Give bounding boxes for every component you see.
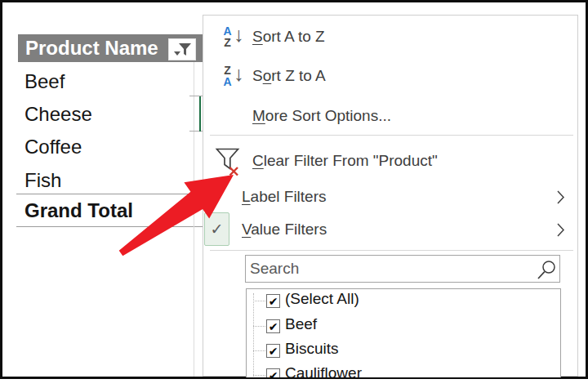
search-input[interactable] <box>246 256 537 282</box>
grid-line <box>16 226 203 227</box>
tree-line <box>253 375 267 376</box>
active-cell-border <box>199 96 201 132</box>
pivot-filter-button[interactable] <box>168 38 196 60</box>
pivot-row-cell[interactable]: Cheese <box>24 103 92 126</box>
tree-line <box>253 350 267 351</box>
menu-item-label: Clear Filter From "Product" <box>252 145 438 176</box>
tree-line <box>253 326 267 327</box>
menu-item-label: More Sort Options... <box>252 100 391 132</box>
filter-checkbox-list: ✔ (Select All) ✔ Beef ✔ Biscuits ✔ Cauli… <box>246 288 561 377</box>
checked-indicator: ✓ <box>204 212 229 246</box>
submenu-chevron-icon <box>556 222 565 238</box>
check-icon: ✓ <box>211 220 224 239</box>
item-label: (Select All) <box>285 290 359 308</box>
menu-item-label: Label Filters <box>242 181 327 212</box>
menu-item-value-filters[interactable]: ✓ Value Filters <box>203 212 576 247</box>
checkbox-check-icon: ✔ <box>269 296 278 307</box>
down-arrow-icon: ↓ <box>234 23 244 47</box>
sort-z-to-a-icon: Z A ↓ <box>221 65 249 89</box>
item-label: Cauliflower <box>285 364 362 377</box>
pivot-row-cell[interactable]: Fish <box>24 169 61 192</box>
filter-dropdown-panel: A Z ↓ Sort A to Z Z A ↓ Sort Z to A More… <box>203 15 578 377</box>
menu-item-label: Sort Z to A <box>252 60 326 91</box>
menu-separator <box>210 135 573 136</box>
pivot-row-cell[interactable]: Beef <box>24 70 65 93</box>
pivot-row-cell[interactable]: Coffee <box>24 136 82 158</box>
item-checkbox[interactable]: ✔ <box>266 294 280 308</box>
filter-list-item[interactable]: ✔ Cauliflower <box>247 363 560 377</box>
item-checkbox[interactable]: ✔ <box>266 344 280 358</box>
menu-item-sort-a-to-z[interactable]: A Z ↓ Sort A to Z <box>203 21 576 52</box>
column-grid-line <box>194 62 194 377</box>
sort-a-to-z-icon: A Z ↓ <box>221 25 249 50</box>
menu-item-clear-filter[interactable]: Clear Filter From "Product" <box>203 145 576 176</box>
menu-item-more-sort-options[interactable]: More Sort Options... <box>203 100 576 132</box>
filter-funnel-icon <box>172 41 193 59</box>
pivot-grand-total-cell[interactable]: Grand Total <box>24 199 133 222</box>
filter-list-item[interactable]: ✔ (Select All) <box>247 288 560 314</box>
down-arrow-icon: ↓ <box>234 62 244 86</box>
menu-item-label-filters[interactable]: Label Filters <box>203 181 576 212</box>
item-label: Biscuits <box>285 340 338 358</box>
screenshot-root: Product Name Beef Cheese Coffee Fish Gra… <box>0 0 588 388</box>
menu-separator <box>210 250 573 251</box>
grid-line <box>16 194 203 194</box>
submenu-chevron-icon <box>556 190 565 205</box>
item-label: Beef <box>285 315 317 333</box>
item-checkbox[interactable]: ✔ <box>266 368 280 377</box>
item-checkbox[interactable]: ✔ <box>266 319 280 333</box>
menu-item-label: Sort A to Z <box>252 21 325 52</box>
checkbox-check-icon: ✔ <box>269 321 278 332</box>
clear-filter-icon <box>214 146 243 179</box>
checkbox-check-icon: ✔ <box>269 370 278 378</box>
filter-list-item[interactable]: ✔ Beef <box>247 314 560 339</box>
checkbox-check-icon: ✔ <box>269 346 278 357</box>
search-box <box>245 255 560 283</box>
search-icon <box>535 259 557 281</box>
filter-list-item[interactable]: ✔ Biscuits <box>247 338 560 363</box>
tree-line <box>253 301 267 301</box>
menu-item-label: Value Filters <box>242 212 327 247</box>
menu-item-sort-z-to-a[interactable]: Z A ↓ Sort Z to A <box>203 60 576 91</box>
